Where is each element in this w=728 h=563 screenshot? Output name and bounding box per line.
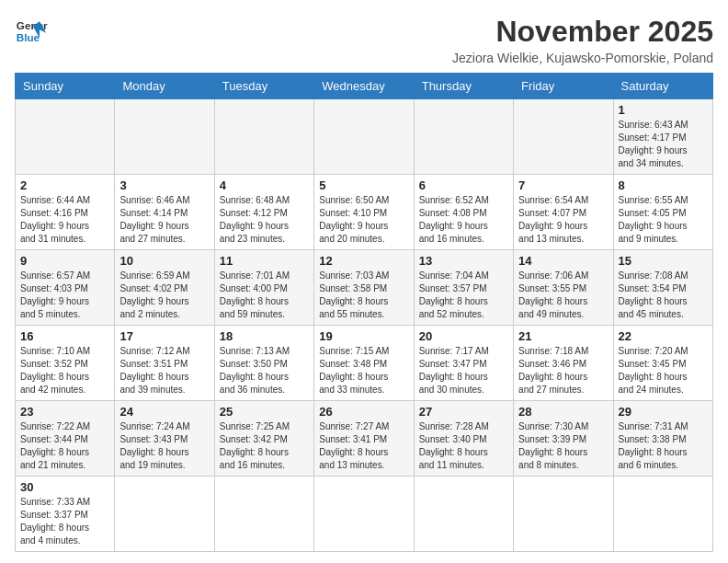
day-number: 21 — [518, 329, 608, 343]
day-number: 6 — [419, 178, 508, 192]
day-number: 14 — [518, 254, 608, 268]
table-row: 6Sunrise: 6:52 AM Sunset: 4:08 PM Daylig… — [414, 175, 513, 250]
day-info: Sunrise: 6:52 AM Sunset: 4:08 PM Dayligh… — [419, 194, 508, 246]
day-number: 22 — [619, 329, 708, 343]
day-number: 10 — [119, 254, 209, 268]
table-row: 2Sunrise: 6:44 AM Sunset: 4:16 PM Daylig… — [16, 175, 115, 250]
col-wednesday: Wednesday — [314, 74, 414, 99]
col-monday: Monday — [115, 74, 214, 99]
calendar-table: Sunday Monday Tuesday Wednesday Thursday… — [15, 73, 713, 552]
day-number: 28 — [518, 405, 608, 419]
table-row — [613, 477, 712, 552]
day-info: Sunrise: 6:48 AM Sunset: 4:12 PM Dayligh… — [220, 194, 309, 246]
day-number: 9 — [20, 254, 109, 268]
table-row: 20Sunrise: 7:17 AM Sunset: 3:47 PM Dayli… — [414, 326, 513, 401]
calendar-title: November 2025 — [452, 15, 713, 49]
day-info: Sunrise: 6:55 AM Sunset: 4:05 PM Dayligh… — [619, 194, 708, 246]
table-row — [314, 99, 414, 175]
day-info: Sunrise: 7:17 AM Sunset: 3:47 PM Dayligh… — [419, 345, 508, 396]
day-info: Sunrise: 7:25 AM Sunset: 3:42 PM Dayligh… — [220, 420, 309, 472]
table-row: 18Sunrise: 7:13 AM Sunset: 3:50 PM Dayli… — [214, 326, 313, 401]
col-sunday: Sunday — [16, 74, 115, 99]
day-number: 23 — [20, 405, 109, 419]
day-info: Sunrise: 7:22 AM Sunset: 3:44 PM Dayligh… — [20, 420, 109, 472]
day-info: Sunrise: 6:43 AM Sunset: 4:17 PM Dayligh… — [619, 119, 708, 170]
table-row: 12Sunrise: 7:03 AM Sunset: 3:58 PM Dayli… — [314, 250, 414, 326]
day-number: 2 — [20, 178, 109, 192]
table-row: 15Sunrise: 7:08 AM Sunset: 3:54 PM Dayli… — [613, 250, 712, 326]
day-number: 18 — [220, 329, 309, 343]
day-number: 8 — [619, 178, 708, 192]
title-area: November 2025 Jeziora Wielkie, Kujawsko-… — [452, 15, 713, 65]
table-row: 3Sunrise: 6:46 AM Sunset: 4:14 PM Daylig… — [115, 175, 214, 250]
calendar-week-row: 23Sunrise: 7:22 AM Sunset: 3:44 PM Dayli… — [16, 401, 713, 477]
day-info: Sunrise: 7:13 AM Sunset: 3:50 PM Dayligh… — [220, 345, 309, 396]
col-saturday: Saturday — [613, 74, 712, 99]
col-friday: Friday — [514, 74, 613, 99]
table-row: 1Sunrise: 6:43 AM Sunset: 4:17 PM Daylig… — [613, 99, 712, 175]
day-number: 1 — [619, 103, 708, 117]
day-number: 30 — [20, 480, 109, 494]
table-row: 30Sunrise: 7:33 AM Sunset: 3:37 PM Dayli… — [16, 477, 115, 552]
day-info: Sunrise: 7:08 AM Sunset: 3:54 PM Dayligh… — [619, 270, 708, 321]
table-row: 16Sunrise: 7:10 AM Sunset: 3:52 PM Dayli… — [16, 326, 115, 401]
day-number: 25 — [220, 405, 309, 419]
day-number: 27 — [419, 405, 508, 419]
table-row — [414, 99, 513, 175]
day-number: 17 — [119, 329, 209, 343]
table-row: 29Sunrise: 7:31 AM Sunset: 3:38 PM Dayli… — [613, 401, 712, 477]
day-info: Sunrise: 6:46 AM Sunset: 4:14 PM Dayligh… — [119, 194, 209, 246]
day-info: Sunrise: 7:18 AM Sunset: 3:46 PM Dayligh… — [518, 345, 608, 396]
day-info: Sunrise: 6:59 AM Sunset: 4:02 PM Dayligh… — [119, 270, 209, 321]
calendar-week-row: 30Sunrise: 7:33 AM Sunset: 3:37 PM Dayli… — [16, 477, 713, 552]
day-info: Sunrise: 7:04 AM Sunset: 3:57 PM Dayligh… — [419, 270, 508, 321]
table-row — [414, 477, 513, 552]
day-info: Sunrise: 7:31 AM Sunset: 3:38 PM Dayligh… — [619, 420, 708, 472]
day-number: 20 — [419, 329, 508, 343]
table-row — [214, 477, 313, 552]
table-row: 19Sunrise: 7:15 AM Sunset: 3:48 PM Dayli… — [314, 326, 414, 401]
day-info: Sunrise: 7:28 AM Sunset: 3:40 PM Dayligh… — [419, 420, 508, 472]
table-row: 26Sunrise: 7:27 AM Sunset: 3:41 PM Dayli… — [314, 401, 414, 477]
day-number: 3 — [119, 178, 209, 192]
table-row: 22Sunrise: 7:20 AM Sunset: 3:45 PM Dayli… — [613, 326, 712, 401]
table-row — [514, 477, 613, 552]
calendar-week-row: 2Sunrise: 6:44 AM Sunset: 4:16 PM Daylig… — [16, 175, 713, 250]
page-header: General Blue November 2025 Jeziora Wielk… — [15, 15, 713, 65]
day-number: 16 — [20, 329, 109, 343]
table-row: 28Sunrise: 7:30 AM Sunset: 3:39 PM Dayli… — [514, 401, 613, 477]
table-row: 4Sunrise: 6:48 AM Sunset: 4:12 PM Daylig… — [214, 175, 313, 250]
col-tuesday: Tuesday — [214, 74, 313, 99]
table-row — [16, 99, 115, 175]
calendar-week-row: 1Sunrise: 6:43 AM Sunset: 4:17 PM Daylig… — [16, 99, 713, 175]
day-info: Sunrise: 7:24 AM Sunset: 3:43 PM Dayligh… — [119, 420, 209, 472]
table-row — [514, 99, 613, 175]
day-info: Sunrise: 6:44 AM Sunset: 4:16 PM Dayligh… — [20, 194, 109, 246]
table-row: 27Sunrise: 7:28 AM Sunset: 3:40 PM Dayli… — [414, 401, 513, 477]
table-row: 14Sunrise: 7:06 AM Sunset: 3:55 PM Dayli… — [514, 250, 613, 326]
day-number: 4 — [220, 178, 309, 192]
day-info: Sunrise: 6:54 AM Sunset: 4:07 PM Dayligh… — [518, 194, 608, 246]
day-info: Sunrise: 7:12 AM Sunset: 3:51 PM Dayligh… — [119, 345, 209, 396]
day-number: 7 — [518, 178, 608, 192]
calendar-week-row: 9Sunrise: 6:57 AM Sunset: 4:03 PM Daylig… — [16, 250, 713, 326]
day-number: 29 — [619, 405, 708, 419]
day-info: Sunrise: 7:27 AM Sunset: 3:41 PM Dayligh… — [319, 420, 408, 472]
table-row: 7Sunrise: 6:54 AM Sunset: 4:07 PM Daylig… — [514, 175, 613, 250]
table-row — [115, 477, 214, 552]
table-row: 5Sunrise: 6:50 AM Sunset: 4:10 PM Daylig… — [314, 175, 414, 250]
day-info: Sunrise: 6:50 AM Sunset: 4:10 PM Dayligh… — [319, 194, 408, 246]
day-number: 5 — [319, 178, 408, 192]
col-thursday: Thursday — [414, 74, 513, 99]
logo-icon: General Blue — [15, 15, 48, 48]
day-number: 19 — [319, 329, 408, 343]
day-info: Sunrise: 7:15 AM Sunset: 3:48 PM Dayligh… — [319, 345, 408, 396]
day-info: Sunrise: 7:10 AM Sunset: 3:52 PM Dayligh… — [20, 345, 109, 396]
table-row: 17Sunrise: 7:12 AM Sunset: 3:51 PM Dayli… — [115, 326, 214, 401]
table-row — [214, 99, 313, 175]
day-number: 12 — [319, 254, 408, 268]
day-number: 11 — [220, 254, 309, 268]
day-number: 26 — [319, 405, 408, 419]
table-row: 25Sunrise: 7:25 AM Sunset: 3:42 PM Dayli… — [214, 401, 313, 477]
day-number: 13 — [419, 254, 508, 268]
